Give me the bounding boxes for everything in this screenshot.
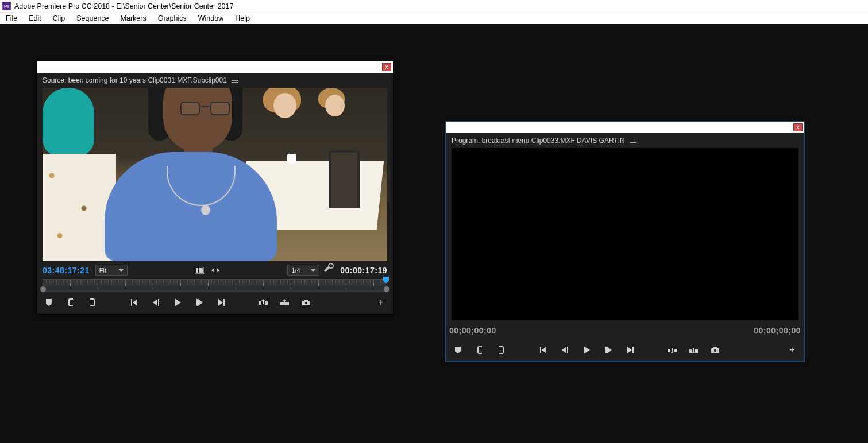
svg-rect-1	[196, 268, 198, 273]
menu-help[interactable]: Help	[229, 13, 256, 24]
svg-point-7	[305, 302, 307, 304]
window-title: Adobe Premiere Pro CC 2018 - E:\Senior C…	[14, 2, 233, 10]
source-header: Source: been coming for 10 years Clip003…	[37, 73, 393, 88]
program-transport: +	[446, 340, 804, 362]
program-title: Program: breakfast menu Clip0033.MXF DAV…	[452, 137, 625, 145]
export-frame-button[interactable]	[301, 298, 311, 307]
insert-button[interactable]	[257, 298, 268, 307]
resolution-select[interactable]: 1/4	[287, 265, 319, 276]
titlebar: Pr Adobe Premiere Pro CC 2018 - E:\Senio…	[0, 0, 868, 12]
menu-markers[interactable]: Markers	[115, 13, 152, 24]
source-window-bar[interactable]: x	[37, 61, 393, 73]
source-timecode-current[interactable]: 03:48:17:21	[43, 266, 90, 275]
button-editor-plus[interactable]: +	[787, 345, 797, 355]
plus-icon: +	[789, 345, 794, 355]
source-title: Source: been coming for 10 years Clip003…	[43, 76, 227, 84]
plus-icon: +	[378, 298, 383, 307]
menu-window[interactable]: Window	[192, 13, 229, 24]
svg-rect-4	[265, 301, 268, 305]
source-info-row: 03:48:17:21 Fit 1/4 00:00:17:19	[37, 261, 393, 278]
svg-point-14	[714, 349, 716, 352]
menu-file[interactable]: File	[0, 13, 23, 24]
export-frame-button[interactable]	[710, 345, 720, 355]
program-timecode-current[interactable]: 00;00;00;00	[449, 326, 496, 335]
svg-rect-10	[674, 349, 677, 352]
filmstrip-icon[interactable]	[194, 266, 205, 275]
close-icon[interactable]: x	[382, 63, 391, 71]
zoom-value: Fit	[99, 267, 106, 274]
source-time-ruler[interactable]	[43, 279, 387, 292]
menu-edit[interactable]: Edit	[23, 13, 47, 24]
resolution-value: 1/4	[291, 267, 300, 274]
panel-menu-icon[interactable]	[630, 138, 636, 143]
mark-in-button[interactable]	[474, 345, 485, 355]
panel-menu-icon[interactable]	[232, 77, 238, 83]
program-header: Program: breakfast menu Clip0033.MXF DAV…	[446, 133, 804, 148]
step-forward-button[interactable]	[194, 298, 205, 307]
workspace: x Source: been coming for 10 years Clip0…	[0, 24, 868, 443]
chevron-down-icon	[119, 269, 124, 272]
video-frame-illustration	[43, 88, 387, 261]
step-back-button[interactable]	[151, 298, 161, 307]
lift-button[interactable]	[666, 345, 677, 355]
svg-rect-15	[713, 347, 717, 349]
play-button[interactable]	[581, 345, 592, 355]
program-timecodes: 00;00;00;00 00;00;00;00	[446, 324, 804, 340]
add-marker-button[interactable]	[453, 345, 463, 355]
menubar: File Edit Clip Sequence Markers Graphics…	[0, 12, 868, 24]
step-back-button[interactable]	[560, 345, 570, 355]
go-to-in-button[interactable]	[538, 345, 548, 355]
go-to-out-button[interactable]	[216, 298, 226, 307]
zoom-select[interactable]: Fit	[95, 265, 128, 276]
mark-out-button[interactable]	[496, 345, 507, 355]
overwrite-button[interactable]	[279, 298, 290, 307]
program-panel: x Program: breakfast menu Clip0033.MXF D…	[445, 121, 805, 362]
menu-graphics[interactable]: Graphics	[152, 13, 192, 24]
button-editor-plus[interactable]: +	[376, 298, 386, 307]
program-video[interactable]	[452, 148, 798, 320]
ruler-start-handle[interactable]	[40, 286, 46, 292]
go-to-in-button[interactable]	[129, 298, 139, 307]
app-icon: Pr	[2, 2, 11, 10]
double-arrow-icon[interactable]	[210, 266, 221, 275]
extract-button[interactable]	[688, 345, 699, 355]
close-x: x	[385, 64, 388, 70]
add-marker-button[interactable]	[44, 298, 54, 307]
program-window-bar[interactable]: x	[446, 122, 804, 133]
svg-rect-11	[689, 349, 692, 353]
step-forward-button[interactable]	[603, 345, 614, 355]
source-video[interactable]	[43, 88, 387, 261]
menu-clip[interactable]: Clip	[47, 13, 71, 24]
close-icon[interactable]: x	[793, 123, 803, 131]
mark-in-button[interactable]	[65, 298, 76, 307]
menu-sequence[interactable]: Sequence	[71, 13, 114, 24]
play-button[interactable]	[172, 298, 183, 307]
source-panel: x Source: been coming for 10 years Clip0…	[36, 61, 394, 314]
ruler-end-handle[interactable]	[384, 286, 389, 292]
source-transport: +	[37, 292, 393, 314]
svg-rect-3	[259, 301, 261, 305]
svg-rect-12	[695, 349, 698, 353]
program-timecode-duration[interactable]: 00;00;00;00	[754, 326, 801, 335]
source-timecode-duration[interactable]: 00:00:17:19	[340, 266, 387, 275]
settings-wrench-icon[interactable]	[324, 264, 336, 276]
svg-rect-2	[199, 268, 203, 273]
svg-rect-9	[668, 349, 670, 352]
mark-out-button[interactable]	[87, 298, 98, 307]
go-to-out-button[interactable]	[625, 345, 635, 355]
chevron-down-icon	[311, 269, 315, 272]
svg-rect-8	[304, 300, 308, 301]
close-x: x	[797, 125, 800, 130]
